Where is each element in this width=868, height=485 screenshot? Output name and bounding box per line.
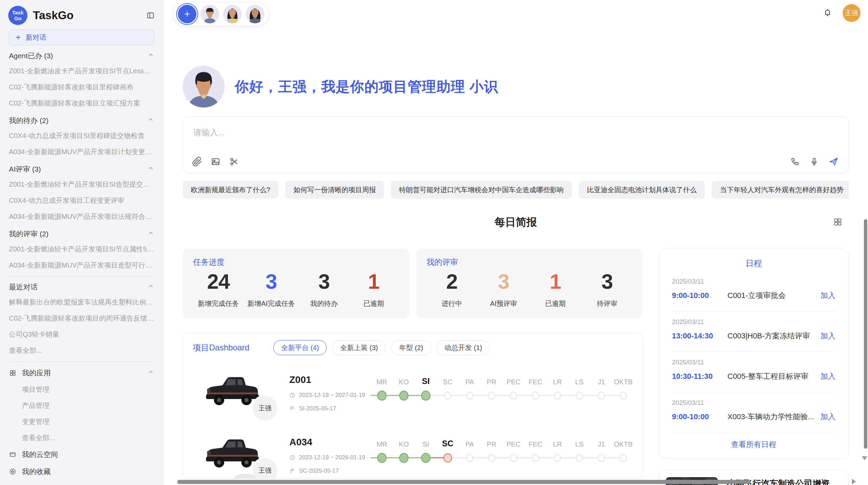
star-circle-icon: [9, 468, 16, 475]
sidebar-section-header[interactable]: 最近对话: [8, 278, 155, 294]
main-area: 王强 你好，王强，我是你的项目管理助理 小识 请输入...: [164, 0, 868, 485]
join-button[interactable]: 加入: [820, 412, 835, 422]
join-button[interactable]: 加入: [820, 331, 835, 341]
sidebar-item[interactable]: Z001-全新燃油轻卡产品开发项目SI造型提交物评审: [8, 176, 155, 192]
sidebar-item[interactable]: A034-全新新能源MUV产品开发项目造型可行性评审: [8, 257, 155, 273]
project-dashboard-card: 项目Dashboard 全新平台 (4)全新上装 (3)年型 (2)动总开发 (…: [183, 332, 643, 479]
image-icon[interactable]: [210, 157, 221, 167]
dashboard-filter-tab[interactable]: 年型 (2): [391, 340, 431, 355]
sidebar-app-item[interactable]: 变更管理: [8, 414, 155, 430]
owner-badge: 王强: [252, 457, 278, 479]
join-button[interactable]: 加入: [820, 371, 835, 382]
sidebar-app-item[interactable]: 产品管理: [8, 398, 155, 414]
schedule-event-title: C005-整车工程目标评审: [727, 371, 816, 382]
scroll-right-arrow[interactable]: [852, 479, 856, 484]
suggestion-chip[interactable]: 欧洲新规最近颁布了什么?: [183, 181, 278, 199]
milestone-node-wrap: [612, 389, 634, 402]
sidebar-section-header[interactable]: 我的评审 (2): [8, 225, 155, 241]
milestone: OKTB: [612, 436, 634, 465]
sidebar-app-item[interactable]: 查看全部...: [8, 430, 155, 446]
dashboard-filter-tab[interactable]: 全新上装 (3): [332, 340, 386, 355]
suggestion-chip[interactable]: 如何写一份清晰的项目周报: [285, 181, 384, 199]
milestone-node: [554, 392, 561, 400]
schedule-date: 2025/03/11: [672, 399, 835, 407]
plus-icon: [15, 34, 22, 41]
sidebar-item[interactable]: Z001-全新燃油皮卡产品开发项目SI节点Lesson Learn报告: [8, 63, 155, 79]
stat-value: 3: [587, 270, 628, 294]
sidebar-section-header[interactable]: Agent已办 (3): [8, 47, 155, 63]
milestone-node-wrap: [481, 389, 503, 402]
sidebar-item[interactable]: C02-飞腾新能源轻客改款项目里程碑画布: [8, 79, 155, 95]
dashboard-tabs: 全新平台 (4)全新上装 (3)年型 (2)动总开发 (1): [273, 340, 490, 355]
milestone-node-wrap: [371, 451, 393, 465]
apps-grid-icon: [9, 369, 16, 377]
stat-label: 进行中: [431, 299, 472, 308]
chat-input-card[interactable]: 请输入...: [183, 116, 849, 173]
suggestion-chip[interactable]: 特朗普可能对进口汽车增税会对中国车企造成哪些影响: [391, 181, 572, 199]
milestone-label: FEC: [529, 436, 542, 448]
suggestion-chip[interactable]: 当下年轻人对汽车外观有怎样的喜好趋势: [712, 181, 849, 199]
send-icon[interactable]: [829, 157, 839, 167]
stat-value: 3: [248, 270, 295, 294]
milestone-label: MR: [376, 374, 387, 386]
milestone-node: [399, 391, 409, 401]
sidebar-item[interactable]: 公司Q3轻卡销量: [8, 326, 155, 343]
milestone: J1: [590, 436, 612, 465]
milestone-node-wrap: [437, 451, 459, 465]
horizontal-scrollbar[interactable]: [177, 480, 750, 484]
sidebar-item[interactable]: 查看全部...: [8, 343, 155, 359]
sidebar-item[interactable]: C02-飞腾新能源轻客改款项目的闭环通告反馈情况: [8, 310, 155, 326]
collapse-sidebar-icon[interactable]: [146, 11, 155, 20]
sidebar-section-header[interactable]: AI评审 (3): [8, 160, 155, 176]
attachment-icon[interactable]: [192, 157, 202, 167]
sidebar-item-favorites[interactable]: 我的收藏: [8, 463, 155, 480]
milestone-label: FEC: [529, 374, 542, 386]
vertical-scrollbar[interactable]: [864, 219, 867, 449]
sidebar-item-my-apps[interactable]: 我的应用: [8, 364, 155, 382]
scroll-down-arrow[interactable]: [862, 456, 867, 460]
left-column: 任务进度 24新增完成任务3新增AI完成任务3我的待办1已逾期 我的评审 2进行…: [183, 249, 643, 485]
phone-icon[interactable]: [790, 157, 800, 166]
milestone-node: [598, 392, 605, 400]
project-flag-row: SI-2025-05-17: [289, 405, 371, 412]
milestone-node: [576, 454, 583, 462]
sidebar-item[interactable]: C02-飞腾新能源轻客改款项目立项汇报方案: [8, 95, 155, 111]
microphone-icon[interactable]: [809, 157, 819, 166]
sidebar-item[interactable]: 解释最新出台的欧盟报废车法规再生塑料比例被调至15%...: [8, 294, 155, 310]
scissors-icon[interactable]: [229, 157, 239, 167]
dashboard-filter-tab[interactable]: 全新平台 (4): [273, 340, 327, 355]
milestone-label: MR: [376, 436, 387, 448]
stat-label: 已逾期: [535, 299, 576, 308]
sidebar-section-header[interactable]: 我的待办 (2): [8, 111, 155, 128]
milestone-node: [510, 454, 517, 462]
view-all-schedule-link[interactable]: 查看所有日程: [672, 433, 835, 453]
sidebar-item[interactable]: A034-全新新能源MUV产品开发项目法规符合性评审: [8, 209, 155, 225]
stat-value: 1: [535, 270, 576, 294]
project-info: Z0012023-12-19 ~ 2027-01-19SI-2025-05-17: [289, 374, 371, 412]
sidebar: Task Go TaskGo 新对话 Agent已办 (3)Z001-全新燃油皮…: [0, 0, 164, 485]
milestone-label: PEC: [506, 436, 520, 448]
sidebar-app-item[interactable]: 项目管理: [8, 382, 155, 398]
milestone: FEC: [525, 436, 546, 465]
milestone-label: LR: [553, 374, 562, 386]
sidebar-item[interactable]: Z001-全新燃油轻卡产品开发项目SI节点属性5D文件评审: [8, 241, 155, 257]
milestone-node-wrap: [503, 389, 525, 402]
sidebar-section-title: 我的评审 (2): [9, 229, 49, 239]
project-code: A034: [289, 437, 371, 448]
schedule-item: 2025/03/1110:30-11:30C005-整车工程目标评审加入: [672, 352, 835, 392]
join-button[interactable]: 加入: [820, 290, 835, 301]
sidebar-item-cloud-space[interactable]: 我的云空间: [8, 446, 155, 463]
milestone-label: OKTB: [614, 374, 632, 386]
sidebar-item[interactable]: A034-全新新能源MUV产品开发项目计划变更表编写: [8, 144, 155, 160]
project-flag-row: SC-2025-05-17: [289, 468, 371, 474]
sidebar-section: 最近对话解释最新出台的欧盟报废车法规再生塑料比例被调至15%...C02-飞腾新…: [8, 276, 155, 359]
suggestion-chip[interactable]: 比亚迪全固态电池计划具体说了什么: [579, 181, 705, 199]
project-flag: SC-2025-05-17: [299, 468, 339, 474]
new-chat-button[interactable]: 新对话: [9, 29, 154, 45]
sidebar-item[interactable]: C0X4-动力总成开发项目工程变更评审: [8, 192, 155, 209]
milestone-node: [620, 392, 627, 400]
stat: 3新增AI完成任务: [248, 270, 295, 308]
dashboard-filter-tab[interactable]: 动总开发 (1): [436, 340, 490, 355]
sidebar-item[interactable]: C0X4-动力总成开发项目SI里程碑提交物检查: [8, 128, 155, 144]
layout-grid-icon[interactable]: [833, 217, 843, 227]
